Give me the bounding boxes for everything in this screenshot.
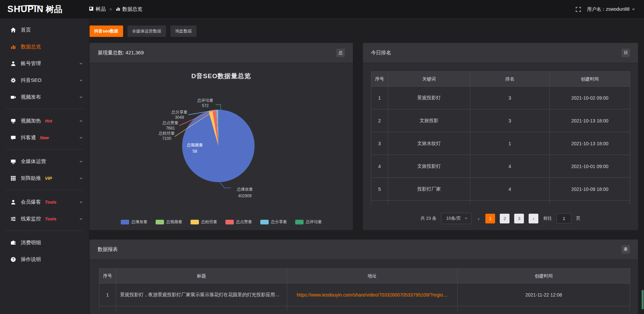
fullscreen-icon[interactable] — [576, 7, 581, 12]
legend-swatch — [156, 220, 164, 224]
legend-swatch — [295, 220, 304, 224]
page-button-1[interactable]: 1 — [485, 214, 495, 223]
next-page-button[interactable]: › — [529, 214, 538, 223]
pie-chart: D音SEO数据量总览 总评论量572 总分享量3049 总点赞量7681 总粉丝… — [90, 63, 353, 230]
pie-label-fans: 总粉丝量7100 — [152, 130, 182, 141]
sidebar-item-video-heat[interactable]: 视频加热 Hot — [0, 112, 89, 129]
breadcrumb-item-current[interactable]: 数据总览 — [116, 6, 143, 12]
sidebar-item-media-operation[interactable]: 全媒体运营 — [0, 153, 89, 170]
username-label: 用户名：zswodun88 — [587, 6, 630, 12]
legend-swatch — [121, 220, 129, 224]
page-button-2[interactable]: 2 — [500, 214, 509, 223]
chevron-down-icon — [79, 95, 83, 99]
goto-page-input[interactable] — [556, 213, 571, 223]
prev-page-button[interactable]: ‹ — [476, 216, 481, 221]
tab-douyin-seo-data[interactable]: 抖音seo数据 — [90, 25, 123, 37]
legend-item-videos[interactable]: 总视频量 — [156, 219, 182, 225]
report-body: 序号 标题 地址 创建时间 1 景观投影灯，夜游景观投影灯厂家展示展示落花灯在花… — [90, 260, 638, 314]
app-root: SHUPIN 树品 树品 > 数据总览 用户名：zswodun88 — [0, 0, 644, 314]
chevron-down-icon — [79, 62, 83, 65]
sidebar-item-matrix-boost[interactable]: 矩阵助推 VIP — [0, 170, 89, 187]
pie-label-likes: 总点赞量7681 — [155, 120, 185, 131]
data-tabs: 抖音seo数据 全媒体运营数据 询盘数据 — [90, 25, 197, 37]
logo-arc — [17, 5, 44, 10]
breadcrumb-item-home[interactable]: 树品 — [89, 6, 106, 12]
table-header-row: 序号 关键词 排名 创建时间 — [371, 72, 630, 87]
pie-label-shares: 总分享量3049 — [164, 109, 195, 120]
monitor-icon — [10, 158, 16, 164]
legend-item-likes[interactable]: 总点赞量 — [225, 219, 252, 225]
legend-swatch — [260, 220, 269, 224]
ranking-body: 序号 关键词 排名 创建时间 1景观投影灯32021-10-02 09:00 2… — [363, 63, 638, 230]
tab-inquiry-data[interactable]: 询盘数据 — [170, 25, 197, 37]
member-icon — [10, 199, 16, 205]
sidebar-item-instructions[interactable]: ? 操作说明 — [0, 251, 89, 268]
table-row-partial — [99, 306, 630, 311]
legend-item-shares[interactable]: 总分享量 — [260, 219, 287, 225]
chevron-down-icon — [79, 200, 83, 204]
report-row-title: 景观投影灯，夜游景观投影灯厂家展示展示落花灯在花园里的灯光投影应用效果 # — [116, 283, 287, 306]
ranking-panel: 今日排名 日 序号 关键词 排名 创建时间 1景观投影灯32021-10-02 … — [363, 43, 638, 230]
bar-chart-icon — [116, 6, 120, 12]
chart-legend: 总播放量 总视频量 总粉丝量 总点赞量 总分享量 总评论量 — [90, 219, 353, 225]
pagination-total: 共 23 条 — [421, 215, 437, 221]
sidebar-item-home[interactable]: 首页 — [0, 21, 89, 38]
hot-badge: Hot — [45, 118, 52, 123]
overview-panel-header: 展现量总数: 421,369 总 — [90, 43, 353, 63]
sidebar-item-account[interactable]: 账号管理 — [0, 55, 89, 72]
scrollbar-thumb[interactable] — [642, 290, 644, 309]
ranking-panel-header: 今日排名 日 — [363, 43, 638, 63]
breadcrumb: 树品 > 数据总览 — [89, 6, 143, 12]
page-button-3[interactable]: 3 — [514, 214, 524, 223]
pie-label-plays: 总播放量402909 — [230, 186, 259, 199]
sidebar-item-data-overview[interactable]: 数据总览 — [0, 38, 89, 55]
tools-badge: Tools — [45, 200, 56, 205]
legend-item-plays[interactable]: 总播放量 — [121, 219, 148, 225]
legend-item-comments[interactable]: 总评论量 — [295, 219, 322, 225]
grid-icon — [10, 175, 16, 181]
legend-swatch — [191, 220, 199, 224]
chevron-down-icon — [464, 216, 468, 221]
table-view-button[interactable]: 表 — [622, 245, 630, 254]
sidebar-item-member-leads[interactable]: 会员爆客 Tools — [0, 194, 89, 210]
top-bar: SHUPIN 树品 树品 > 数据总览 用户名：zswodun88 — [0, 0, 644, 19]
page-size-select[interactable]: 10条/页 — [441, 213, 472, 224]
user-menu[interactable]: 用户名：zswodun88 — [587, 6, 635, 12]
sidebar-item-douketong[interactable]: 抖客通 New — [0, 129, 89, 146]
legend-item-fans[interactable]: 总粉丝量 — [191, 219, 217, 225]
table-row: 4文旅投影灯42021-10-01 09:00 — [371, 155, 630, 178]
chevron-down-icon — [79, 78, 83, 82]
sliders-icon — [10, 216, 16, 222]
sidebar-item-consumption[interactable]: 消费明细 — [0, 234, 89, 251]
chevron-down-icon — [79, 176, 83, 180]
tab-media-operation-data[interactable]: 全媒体运营数据 — [127, 25, 166, 37]
sidebar-divider — [5, 230, 84, 231]
total-view-button[interactable]: 总 — [336, 49, 345, 57]
svg-text:?: ? — [12, 258, 14, 261]
sidebar-item-video-publish[interactable]: 视频发布 — [0, 89, 89, 105]
chart-title: D音SEO数据量总览 — [90, 72, 353, 81]
report-row-link[interactable]: https://www.iesdouyin.com/share/video/70… — [287, 283, 458, 306]
sidebar-divider — [5, 149, 84, 150]
chevron-down-icon — [79, 217, 83, 221]
new-badge: New — [40, 135, 49, 140]
square-icon — [89, 6, 94, 12]
logo: SHUPIN 树品 — [0, 4, 89, 15]
ranking-table: 序号 关键词 排名 创建时间 1景观投影灯32021-10-02 09:00 2… — [371, 71, 630, 205]
pagination: 共 23 条 10条/页 ‹ 1 2 3 › 前往 页 — [363, 213, 638, 224]
home-icon — [10, 27, 16, 33]
sidebar-item-douyin-seo[interactable]: 抖音SEO — [0, 72, 89, 89]
sidebar-item-clue-monitor[interactable]: 线索监控 Tools — [0, 210, 89, 227]
table-row: 1景观投影灯32021-10-02 09:00 — [371, 87, 630, 109]
video-camera-icon — [10, 94, 16, 100]
bar-chart-icon — [10, 44, 16, 50]
overview-total-label: 展现量总数: 421,369 — [98, 50, 144, 56]
chevron-down-icon — [632, 7, 635, 12]
sidebar: 首页 数据总览 账号管理 抖音SEO 视频发布 视频加热 Hot — [0, 19, 89, 314]
report-panel-header: 数据报表 表 — [90, 240, 638, 260]
chat-icon — [10, 135, 16, 141]
day-view-button[interactable]: 日 — [622, 49, 630, 57]
pie-label-videos: 总视频量58 — [180, 142, 210, 155]
table-row: 1 景观投影灯，夜游景观投影灯厂家展示展示落花灯在花园里的灯光投影应用效果 # … — [99, 283, 630, 306]
table-row: 2文旅投影32021-10-13 18:00 — [371, 109, 630, 132]
